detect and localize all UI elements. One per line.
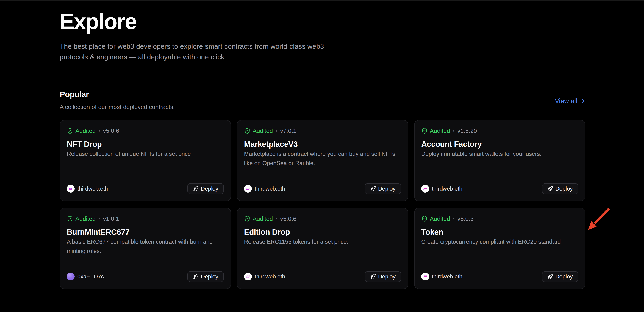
version-label: v1.0.1 (103, 215, 119, 222)
audited-badge: Audited • v5.0.3 (421, 215, 578, 222)
rocket-icon (193, 274, 199, 279)
shield-check-icon (244, 216, 250, 222)
publisher-link[interactable]: thirdweb.eth (244, 273, 285, 280)
publisher-name: thirdweb.eth (432, 273, 462, 280)
meta-separator: • (98, 216, 100, 222)
contract-description: Create cryptocurrency compliant with ERC… (421, 237, 578, 246)
contract-card-token[interactable]: Audited • v5.0.3 Token Create cryptocurr… (414, 208, 586, 289)
top-divider (0, 0, 644, 1)
contract-description: Release collection of unique NFTs for a … (67, 149, 224, 158)
publisher-name: 0xaF...D7c (78, 273, 104, 280)
shield-check-icon (67, 216, 73, 222)
shield-check-icon (421, 216, 428, 222)
card-footer: thirdweb.eth Deploy (67, 183, 224, 194)
publisher-link[interactable]: thirdweb.eth (67, 185, 108, 192)
card-footer: thirdweb.eth Deploy (421, 271, 578, 282)
thirdweb-logo-avatar (421, 185, 429, 192)
contract-card-account-factory[interactable]: Audited • v1.5.20 Account Factory Deploy… (414, 120, 586, 201)
annotation-arrow-icon (582, 204, 614, 238)
contract-description: Marketplace is a contract where you can … (244, 149, 401, 168)
contract-title: Account Factory (421, 140, 578, 149)
deploy-button[interactable]: Deploy (542, 271, 578, 282)
audited-label: Audited (430, 128, 450, 134)
contract-card-edition-drop[interactable]: Audited • v5.0.6 Edition Drop Release ER… (237, 208, 408, 289)
thirdweb-logo-avatar (67, 185, 74, 192)
card-footer: thirdweb.eth Deploy (244, 271, 401, 282)
rocket-icon (370, 274, 376, 279)
publisher-link[interactable]: thirdweb.eth (421, 273, 462, 280)
meta-separator: • (453, 128, 455, 134)
meta-separator: • (276, 128, 278, 134)
popular-cards-grid: Audited • v5.0.6 NFT Drop Release collec… (60, 120, 586, 289)
deploy-button[interactable]: Deploy (188, 183, 224, 194)
deploy-button[interactable]: Deploy (365, 271, 401, 282)
audited-label: Audited (430, 215, 450, 222)
meta-separator: • (98, 128, 100, 134)
deploy-label: Deploy (201, 273, 218, 280)
version-label: v7.0.1 (280, 128, 296, 134)
contract-card-burnminterc677[interactable]: Audited • v1.0.1 BurnMintERC677 A basic … (60, 208, 231, 289)
page-description: The best place for web3 developers to ex… (60, 41, 586, 62)
contract-title: NFT Drop (67, 140, 224, 149)
deploy-label: Deploy (556, 273, 573, 280)
shield-check-icon (421, 128, 428, 134)
audited-badge: Audited • v1.5.20 (421, 127, 578, 134)
contract-title: BurnMintERC677 (67, 228, 224, 237)
view-all-link[interactable]: View all (555, 97, 586, 105)
audited-label: Audited (75, 128, 96, 134)
audited-badge: Audited • v5.0.6 (67, 127, 224, 134)
meta-separator: • (276, 216, 278, 222)
rocket-icon (548, 274, 553, 279)
audited-badge: Audited • v1.0.1 (67, 215, 224, 222)
publisher-link[interactable]: 0xaF...D7c (67, 273, 104, 280)
audited-label: Audited (252, 128, 273, 134)
popular-section-titles: Popular A collection of our most deploye… (60, 90, 175, 112)
audited-badge: Audited • v7.0.1 (244, 127, 401, 134)
publisher-link[interactable]: thirdweb.eth (421, 185, 462, 192)
deploy-button[interactable]: Deploy (542, 183, 578, 194)
deploy-label: Deploy (378, 186, 396, 192)
version-label: v1.5.20 (458, 128, 477, 134)
contract-title: Token (421, 228, 578, 237)
page-description-line2: protocols & engineers — all deployable w… (60, 52, 586, 62)
deploy-label: Deploy (378, 273, 396, 280)
wallet-gradient-avatar (67, 273, 74, 280)
deploy-button[interactable]: Deploy (365, 183, 401, 194)
shield-check-icon (67, 128, 73, 134)
version-label: v5.0.3 (458, 215, 474, 222)
version-label: v5.0.6 (103, 128, 119, 134)
audited-label: Audited (75, 215, 96, 222)
publisher-link[interactable]: thirdweb.eth (244, 185, 285, 192)
publisher-name: thirdweb.eth (78, 186, 108, 192)
deploy-button[interactable]: Deploy (188, 271, 224, 282)
version-label: v5.0.6 (280, 215, 296, 222)
publisher-name: thirdweb.eth (432, 186, 462, 192)
deploy-label: Deploy (556, 186, 573, 192)
contract-title: Edition Drop (244, 228, 401, 237)
contract-description: Deploy immutable smart wallets for your … (421, 149, 578, 158)
thirdweb-logo-avatar (421, 273, 429, 280)
popular-section-header: Popular A collection of our most deploye… (60, 90, 586, 112)
card-footer: thirdweb.eth Deploy (244, 183, 401, 194)
meta-separator: • (453, 216, 455, 222)
contract-card-marketplacev3[interactable]: Audited • v7.0.1 MarketplaceV3 Marketpla… (237, 120, 408, 201)
card-footer: 0xaF...D7c Deploy (67, 271, 224, 282)
deploy-label: Deploy (201, 186, 218, 192)
shield-check-icon (244, 128, 250, 134)
explore-page: Explore The best place for web3 develope… (60, 2, 586, 289)
audited-label: Audited (252, 215, 273, 222)
rocket-icon (193, 186, 199, 192)
audited-badge: Audited • v5.0.6 (244, 215, 401, 222)
thirdweb-logo-avatar (244, 185, 252, 192)
contract-description: Release ERC1155 tokens for a set price. (244, 237, 401, 246)
arrow-right-icon (579, 98, 586, 104)
card-footer: thirdweb.eth Deploy (421, 183, 578, 194)
thirdweb-logo-avatar (244, 273, 252, 280)
popular-subheading: A collection of our most deployed contra… (60, 102, 175, 112)
contract-title: MarketplaceV3 (244, 140, 401, 149)
rocket-icon (548, 186, 553, 192)
popular-heading: Popular (60, 90, 175, 98)
contract-description: A basic ERC677 compatible token contract… (67, 237, 224, 256)
contract-card-nft-drop[interactable]: Audited • v5.0.6 NFT Drop Release collec… (60, 120, 231, 201)
rocket-icon (370, 186, 376, 192)
